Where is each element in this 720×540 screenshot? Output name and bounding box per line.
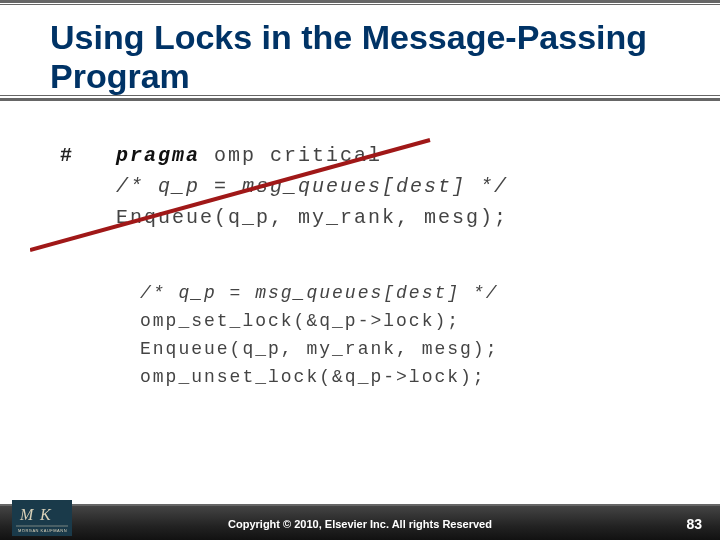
rule-top	[0, 0, 720, 3]
slide-title: Using Locks in the Message-Passing Progr…	[50, 8, 690, 102]
pragma-rest: omp critical	[200, 144, 382, 167]
unset-lock-line: omp_unset_lock(&q_p->lock);	[140, 364, 700, 392]
comment-line-2: /* q_p = msg_queues[dest] */	[140, 280, 700, 308]
pragma-line: # pragma omp critical	[60, 140, 660, 171]
enqueue-line-2: Enqueue(q_p, my_rank, mesg);	[140, 336, 700, 364]
copyright-text: Copyright © 2010, Elsevier Inc. All righ…	[0, 518, 720, 530]
hash-symbol: #	[60, 144, 74, 167]
code-block-locks: /* q_p = msg_queues[dest] */ omp_set_loc…	[140, 280, 700, 392]
comment-line-1: /* q_p = msg_queues[dest] */	[60, 171, 660, 202]
enqueue-line-1: Enqueue(q_p, my_rank, mesg);	[60, 202, 660, 233]
set-lock-line: omp_set_lock(&q_p->lock);	[140, 308, 700, 336]
slide-title-block: Using Locks in the Message-Passing Progr…	[50, 8, 690, 102]
page-number: 83	[686, 516, 702, 532]
code-block-critical: # pragma omp critical /* q_p = msg_queue…	[60, 140, 660, 233]
pragma-keyword: pragma	[116, 144, 200, 167]
rule-bottom	[0, 98, 720, 101]
